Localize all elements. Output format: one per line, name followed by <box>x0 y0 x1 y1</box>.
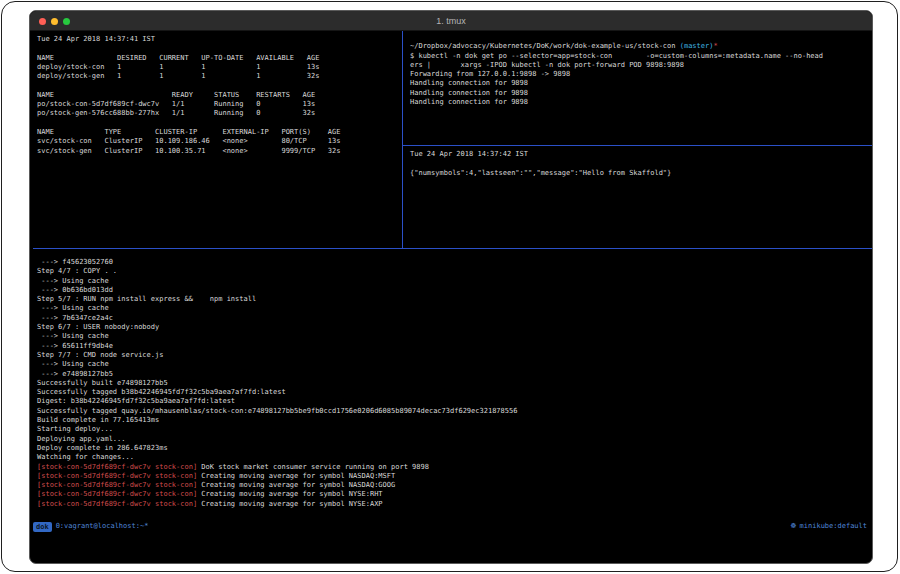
terminal-line: Tue 24 Apr 2018 14:37:42 IST <box>410 150 872 159</box>
terminal-line: NAME TYPE CLUSTER-IP EXTERNAL-IP PORT(S)… <box>37 128 402 137</box>
terminal-line: ---> Using cache <box>37 304 872 313</box>
terminal-line: svc/stock-con ClusterIP 10.109.186.46 <n… <box>37 137 402 146</box>
terminal-line: Step 5/7 : RUN npm install express && np… <box>37 295 872 304</box>
terminal-line: Successfully tagged b38b42246945fd7f32c5… <box>37 388 872 397</box>
window-titlebar: 1. tmux <box>30 11 872 31</box>
screenshot-frame: 1. tmux Tue 24 Apr 2018 14:37:41 ISTNAME… <box>1 1 898 572</box>
pane-service-output[interactable]: Tue 24 Apr 2018 14:37:42 IST{"numsymbols… <box>403 146 872 248</box>
pane-kubectl-resources[interactable]: Tue 24 Apr 2018 14:37:41 ISTNAME DESIRED… <box>33 31 402 248</box>
terminal-line: ---> Using cache <box>37 360 872 369</box>
terminal-line: po/stock-con-5d7df689cf-dwc7v 1/1 Runnin… <box>37 100 402 109</box>
terminal-line <box>37 44 402 53</box>
terminal-line: [stock-con-5d7df689cf-dwc7v stock-con] C… <box>37 481 872 490</box>
tmux-terminal: Tue 24 Apr 2018 14:37:41 ISTNAME DESIRED… <box>30 31 872 564</box>
terminal-line: Handling connection for 9898 <box>410 89 872 98</box>
terminal-line: ---> 7b6347ce2a4c <box>37 314 872 323</box>
terminal-line <box>37 119 402 128</box>
terminal-line: ---> Using cache <box>37 277 872 286</box>
terminal-line: [stock-con-5d7df689cf-dwc7v stock-con] C… <box>37 500 872 509</box>
terminal-line: Successfully tagged quay.io/mhausenblas/… <box>37 407 872 416</box>
tmux-status-bar: dok 0:vagrant@localhost:~* ☸ minikube:de… <box>33 521 869 533</box>
terminal-line: Successfully built e74898127bb5 <box>37 379 872 388</box>
terminal-line: Build complete in 77.165413ms <box>37 416 872 425</box>
terminal-line: ---> Using cache <box>37 332 872 341</box>
terminal-line: Watching for changes... <box>37 453 872 462</box>
pane-port-forward[interactable]: ~/Dropbox/advocacy/Kubernetes/DoK/work/d… <box>403 31 872 145</box>
terminal-line: Handling connection for 9898 <box>410 79 872 88</box>
pane-skaffold-build-log[interactable]: ---> f45623052760Step 4/7 : COPY . . ---… <box>33 249 872 520</box>
terminal-line: Deploying app.yaml... <box>37 435 872 444</box>
terminal-line <box>410 159 872 168</box>
terminal-line: po/stock-gen-576cc688bb-277hx 1/1 Runnin… <box>37 109 402 118</box>
terminal-line: ers | xargs -IPOD kubectl -n dok port-fo… <box>410 61 872 70</box>
terminal-line: Starting deploy... <box>37 425 872 434</box>
terminal-line: [stock-con-5d7df689cf-dwc7v stock-con] C… <box>37 472 872 481</box>
terminal-line: Tue 24 Apr 2018 14:37:41 IST <box>37 35 402 44</box>
terminal-line: svc/stock-gen ClusterIP 10.100.35.71 <no… <box>37 147 402 156</box>
terminal-line: NAME READY STATUS RESTARTS AGE <box>37 91 402 100</box>
terminal-line: ~/Dropbox/advocacy/Kubernetes/DoK/work/d… <box>410 42 872 51</box>
kube-context-label: minikube:default <box>800 522 867 531</box>
terminal-line <box>37 81 402 90</box>
tmux-session-badge: dok <box>33 522 52 532</box>
terminal-line: Step 4/7 : COPY . . <box>37 267 872 276</box>
terminal-line: ---> f45623052760 <box>37 258 872 267</box>
terminal-line: Handling connection for 9898 <box>410 98 872 107</box>
terminal-line: deploy/stock-con 1 1 1 1 13s <box>37 63 402 72</box>
terminal-line <box>410 33 872 42</box>
terminal-line: ---> e74898127bb5 <box>37 370 872 379</box>
terminal-line: Deploy complete in 286.647823ms <box>37 444 872 453</box>
terminal-window: 1. tmux Tue 24 Apr 2018 14:37:41 ISTNAME… <box>29 10 873 564</box>
window-title: 1. tmux <box>30 11 872 31</box>
terminal-line: Step 6/7 : USER nobody:nobody <box>37 323 872 332</box>
terminal-line: [stock-con-5d7df689cf-dwc7v stock-con] C… <box>37 490 872 499</box>
terminal-line: $ kubectl -n dok get po --selector=app=s… <box>410 52 872 61</box>
terminal-line: [stock-con-5d7df689cf-dwc7v stock-con] D… <box>37 463 872 472</box>
terminal-line: Digest: b38b42246945fd7f32c5ba9aea7af7fd… <box>37 397 872 406</box>
terminal-line: ---> 65611ff9db4e <box>37 342 872 351</box>
kubernetes-helm-icon: ☸ <box>790 522 796 531</box>
terminal-line: ---> 0b636bd013dd <box>37 286 872 295</box>
tmux-window-label[interactable]: 0:vagrant@localhost:~* <box>56 522 149 531</box>
terminal-line: Step 7/7 : CMD node service.js <box>37 351 872 360</box>
terminal-line: deploy/stock-gen 1 1 1 1 32s <box>37 72 402 81</box>
terminal-line: {"numsymbols":4,"lastseen":"","message":… <box>410 169 872 178</box>
terminal-line: Forwarding from 127.0.0.1:9898 -> 9898 <box>410 70 872 79</box>
terminal-line: NAME DESIRED CURRENT UP-TO-DATE AVAILABL… <box>37 54 402 63</box>
tmux-status-right: ☸ minikube:default <box>790 522 869 531</box>
